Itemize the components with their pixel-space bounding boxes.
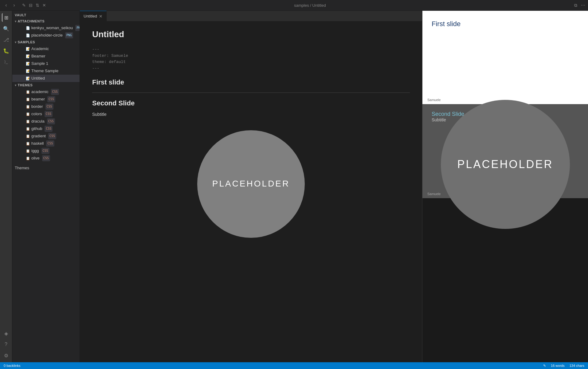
theme-badge: CSS [45,126,53,132]
themes-section[interactable]: Themes [12,163,80,173]
slide1-heading: First slide [92,77,410,88]
split-icon[interactable]: ⧉ [573,3,578,8]
slide-preview-1: First slide Samuele [422,11,588,104]
slide2-placeholder-text: PLACEHOLDER [457,158,553,171]
sidebar-item-beamer[interactable]: 📝 Beamer [12,53,80,60]
debug-icon[interactable]: 🐛 [2,46,10,55]
status-bar-right: ✎ 16 words 134 chars [543,364,584,368]
css-icon: 📋 [26,96,30,102]
activity-bar: ⊞ 🔍 ⎇ 🐛 ⟩_ ◈ ? ⚙ [0,11,12,362]
tab-untitled[interactable]: Untitled ✕ [80,11,107,22]
more-options-icon[interactable]: ⋯ [581,3,586,8]
doc-icon: 📝 [26,68,30,74]
folder-icon[interactable]: ⊟ [28,3,33,8]
sidebar-item-untitled[interactable]: 📝 Untitled [12,75,80,82]
themes-label: themes [18,83,33,87]
list-item[interactable]: 📋 github CSS [12,125,80,132]
sidebar: vault ▾ attachments 📄 kenkyu_woman_seiko… [12,11,80,362]
sidebar-item-theme-sample[interactable]: 📝 Theme Sample [12,67,80,75]
list-item[interactable]: 📋 border CSS [12,103,80,110]
sort-icon[interactable]: ⇅ [35,3,40,8]
css-icon: 📋 [26,89,30,95]
attachments-header[interactable]: ▾ attachments [12,18,80,24]
theme-badge: CSS [46,140,54,147]
sample-name: Theme Sample [31,68,58,74]
forward-button[interactable]: › [10,2,18,9]
search-icon[interactable]: 🔍 [2,24,10,33]
breadcrumb-separator: / [310,3,312,8]
frontmatter: --- footer: Samuele theme: default --- [92,46,410,72]
css-icon: 📋 [26,126,30,132]
list-item[interactable]: 📋 haskell CSS [12,140,80,147]
theme-name: haskell [31,140,44,147]
help-icon[interactable]: ? [2,340,10,349]
slide1-preview-title: First slide [422,11,588,28]
edit-icon[interactable]: ✎ [22,3,26,8]
editor-content[interactable]: Untitled --- footer: Samuele theme: defa… [80,22,422,362]
files-icon[interactable]: ⊞ [2,13,10,22]
theme-name: colors [31,111,42,117]
attachments-label: attachments [18,19,45,23]
theme-badge: CSS [47,118,55,124]
list-item[interactable]: 📋 beamer CSS [12,96,80,103]
list-item[interactable]: 📄 placeholder-circle PNG [12,32,80,39]
breadcrumb-parent[interactable]: samples [294,3,309,8]
close-icon[interactable]: ✕ [42,3,47,8]
git-icon[interactable]: ⎇ [2,35,10,44]
top-bar-icons: ✎ ⊟ ⇅ ✕ [22,3,47,8]
filename: kenkyu_woman_seikou [31,25,73,31]
list-item[interactable]: 📋 academic CSS [12,88,80,96]
edit-icon: ✎ [543,364,546,368]
collapse-attachments-icon: ▾ [15,20,17,23]
list-item[interactable]: 📋 iggg CSS [12,147,80,155]
vault-label: vault [12,11,80,18]
file-badge: PNG [75,25,80,31]
editor-area: Untitled ✕ Untitled --- footer: Samuele … [80,11,422,362]
theme-badge: CSS [42,155,50,161]
slide-divider [92,92,410,93]
list-item[interactable]: 📄 kenkyu_woman_seikou PNG [12,24,80,32]
graph-icon[interactable]: ◈ [2,329,10,338]
frontmatter-line: --- [92,46,410,53]
slide2-heading: Second Slide [92,98,410,108]
doc-icon: 📝 [26,61,30,67]
themes-header[interactable]: ▾ themes [12,82,80,88]
list-item[interactable]: 📋 colors CSS [12,110,80,118]
sample-name: Sample 1 [31,61,48,67]
top-bar: ‹ › ✎ ⊟ ⇅ ✕ samples / Untitled ⧉ ⋯ [0,0,588,11]
theme-badge: CSS [48,133,56,139]
filename: placeholder-circle [31,32,63,38]
sample-name: Beamer [31,53,45,59]
tab-close-icon[interactable]: ✕ [99,14,103,19]
css-icon: 📋 [26,104,30,110]
css-icon: 📋 [26,118,30,124]
css-icon: 📋 [26,133,30,139]
placeholder-text: PLACEHOLDER [212,177,290,191]
settings-icon[interactable]: ⚙ [2,351,10,360]
file-icon: 📄 [26,25,30,31]
extensions-icon[interactable]: ⟩_ [2,57,10,66]
status-bar: 0 backlinks ✎ 16 words 134 chars [0,362,588,369]
css-icon: 📋 [26,148,30,154]
theme-badge: CSS [47,96,55,102]
list-item[interactable]: 📋 gradient CSS [12,132,80,140]
theme-name: academic [31,89,49,95]
samples-header[interactable]: ▾ samples [12,39,80,45]
doc-icon: 📝 [26,53,30,59]
top-bar-right: ⧉ ⋯ [573,3,586,8]
tab-label: Untitled [84,14,97,18]
doc-title: Untitled [92,28,410,41]
slide2-preview-subtitle: Subtitle [432,117,579,122]
list-item[interactable]: 📋 dracula CSS [12,118,80,125]
css-icon: 📋 [26,140,30,147]
list-item[interactable]: 📋 olive CSS [12,155,80,162]
list-item[interactable]: 📝 Academic [12,45,80,53]
back-button[interactable]: ‹ [2,2,10,9]
sample-name: Academic [31,46,49,52]
editor-tabs: Untitled ✕ [80,11,422,22]
frontmatter-line: theme: default [92,59,410,65]
list-item[interactable]: 📝 Sample 1 [12,60,80,67]
breadcrumb: samples / Untitled [49,3,571,8]
slide2-subtitle: Subtitle [92,111,410,118]
css-icon: 📋 [26,111,30,117]
